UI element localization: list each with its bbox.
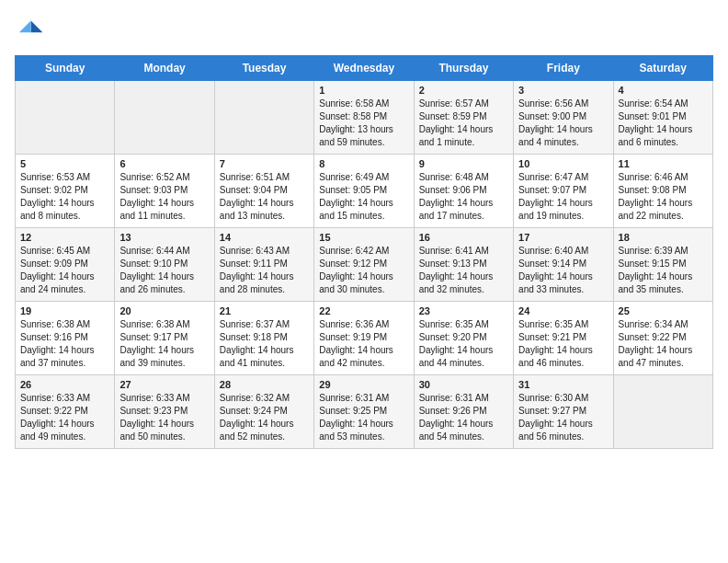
day-cell: 3Sunrise: 6:56 AMSunset: 9:00 PMDaylight… <box>514 81 613 155</box>
day-cell: 18Sunrise: 6:39 AMSunset: 9:15 PMDayligh… <box>613 228 712 302</box>
day-number: 31 <box>518 379 608 390</box>
cell-content: Sunrise: 6:35 AMSunset: 9:20 PMDaylight:… <box>419 318 508 370</box>
cell-content: Sunrise: 6:33 AMSunset: 9:22 PMDaylight:… <box>20 392 109 443</box>
page-header <box>15 15 713 44</box>
week-row-3: 12Sunrise: 6:45 AMSunset: 9:09 PMDayligh… <box>16 228 713 302</box>
day-cell: 8Sunrise: 6:49 AMSunset: 9:05 PMDaylight… <box>314 155 414 228</box>
day-number: 13 <box>119 232 209 243</box>
day-number: 8 <box>319 158 408 169</box>
day-number: 14 <box>220 232 309 243</box>
cell-content: Sunrise: 6:57 AMSunset: 8:59 PMDaylight:… <box>419 98 508 149</box>
day-number: 28 <box>220 379 309 390</box>
day-cell: 27Sunrise: 6:33 AMSunset: 9:23 PMDayligh… <box>115 375 214 449</box>
calendar-table: SundayMondayTuesdayWednesdayThursdayFrid… <box>15 55 713 449</box>
day-cell: 6Sunrise: 6:52 AMSunset: 9:03 PMDaylight… <box>115 155 214 228</box>
day-cell: 11Sunrise: 6:46 AMSunset: 9:08 PMDayligh… <box>613 155 712 228</box>
calendar-body: 1Sunrise: 6:58 AMSunset: 8:58 PMDaylight… <box>16 81 713 449</box>
cell-content: Sunrise: 6:38 AMSunset: 9:17 PMDaylight:… <box>119 318 209 370</box>
day-number: 30 <box>419 379 508 390</box>
calendar-header: SundayMondayTuesdayWednesdayThursdayFrid… <box>16 56 713 81</box>
day-number: 15 <box>319 232 408 243</box>
day-cell: 21Sunrise: 6:37 AMSunset: 9:18 PMDayligh… <box>214 302 313 375</box>
day-cell: 13Sunrise: 6:44 AMSunset: 9:10 PMDayligh… <box>115 228 214 302</box>
cell-content: Sunrise: 6:31 AMSunset: 9:26 PMDaylight:… <box>419 392 508 443</box>
day-number: 9 <box>419 158 508 169</box>
week-row-4: 19Sunrise: 6:38 AMSunset: 9:16 PMDayligh… <box>16 302 713 375</box>
cell-content: Sunrise: 6:51 AMSunset: 9:04 PMDaylight:… <box>220 171 309 223</box>
cell-content: Sunrise: 6:38 AMSunset: 9:16 PMDaylight:… <box>20 318 109 370</box>
cell-content: Sunrise: 6:52 AMSunset: 9:03 PMDaylight:… <box>119 171 209 223</box>
day-cell: 29Sunrise: 6:31 AMSunset: 9:25 PMDayligh… <box>314 375 414 449</box>
day-number: 24 <box>518 305 608 316</box>
cell-content: Sunrise: 6:44 AMSunset: 9:10 PMDaylight:… <box>119 245 209 296</box>
header-cell-tuesday: Tuesday <box>214 56 313 81</box>
svg-marker-0 <box>31 20 43 32</box>
header-cell-sunday: Sunday <box>16 56 115 81</box>
day-cell: 22Sunrise: 6:36 AMSunset: 9:19 PMDayligh… <box>314 302 414 375</box>
header-cell-monday: Monday <box>115 56 214 81</box>
day-number: 26 <box>20 379 109 390</box>
cell-content: Sunrise: 6:33 AMSunset: 9:23 PMDaylight:… <box>119 392 209 443</box>
logo <box>15 15 48 44</box>
day-number: 23 <box>419 305 508 316</box>
day-cell: 31Sunrise: 6:30 AMSunset: 9:27 PMDayligh… <box>514 375 613 449</box>
cell-content: Sunrise: 6:46 AMSunset: 9:08 PMDaylight:… <box>619 171 708 223</box>
day-number: 2 <box>419 85 508 96</box>
cell-content: Sunrise: 6:58 AMSunset: 8:58 PMDaylight:… <box>319 98 408 149</box>
day-number: 6 <box>119 158 209 169</box>
day-cell: 28Sunrise: 6:32 AMSunset: 9:24 PMDayligh… <box>214 375 313 449</box>
day-number: 25 <box>619 305 708 316</box>
cell-content: Sunrise: 6:53 AMSunset: 9:02 PMDaylight:… <box>20 171 109 223</box>
cell-content: Sunrise: 6:56 AMSunset: 9:00 PMDaylight:… <box>518 98 608 149</box>
day-cell: 17Sunrise: 6:40 AMSunset: 9:14 PMDayligh… <box>514 228 613 302</box>
cell-content: Sunrise: 6:47 AMSunset: 9:07 PMDaylight:… <box>518 171 608 223</box>
day-cell <box>16 81 115 155</box>
day-number: 12 <box>20 232 109 243</box>
cell-content: Sunrise: 6:39 AMSunset: 9:15 PMDaylight:… <box>619 245 708 296</box>
day-cell: 16Sunrise: 6:41 AMSunset: 9:13 PMDayligh… <box>414 228 513 302</box>
day-cell: 4Sunrise: 6:54 AMSunset: 9:01 PMDaylight… <box>613 81 712 155</box>
day-cell: 15Sunrise: 6:42 AMSunset: 9:12 PMDayligh… <box>314 228 414 302</box>
day-cell: 10Sunrise: 6:47 AMSunset: 9:07 PMDayligh… <box>514 155 613 228</box>
cell-content: Sunrise: 6:40 AMSunset: 9:14 PMDaylight:… <box>518 245 608 296</box>
cell-content: Sunrise: 6:42 AMSunset: 9:12 PMDaylight:… <box>319 245 408 296</box>
cell-content: Sunrise: 6:30 AMSunset: 9:27 PMDaylight:… <box>518 392 608 443</box>
day-number: 7 <box>220 158 309 169</box>
day-cell: 19Sunrise: 6:38 AMSunset: 9:16 PMDayligh… <box>16 302 115 375</box>
logo-icon <box>15 15 44 44</box>
day-cell: 1Sunrise: 6:58 AMSunset: 8:58 PMDaylight… <box>314 81 414 155</box>
day-cell: 30Sunrise: 6:31 AMSunset: 9:26 PMDayligh… <box>414 375 513 449</box>
day-cell: 25Sunrise: 6:34 AMSunset: 9:22 PMDayligh… <box>613 302 712 375</box>
week-row-1: 1Sunrise: 6:58 AMSunset: 8:58 PMDaylight… <box>16 81 713 155</box>
header-row: SundayMondayTuesdayWednesdayThursdayFrid… <box>16 56 713 81</box>
day-number: 4 <box>619 85 708 96</box>
day-number: 10 <box>518 158 608 169</box>
day-cell <box>115 81 214 155</box>
cell-content: Sunrise: 6:36 AMSunset: 9:19 PMDaylight:… <box>319 318 408 370</box>
day-cell: 23Sunrise: 6:35 AMSunset: 9:20 PMDayligh… <box>414 302 513 375</box>
day-cell <box>613 375 712 449</box>
day-cell: 20Sunrise: 6:38 AMSunset: 9:17 PMDayligh… <box>115 302 214 375</box>
cell-content: Sunrise: 6:31 AMSunset: 9:25 PMDaylight:… <box>319 392 408 443</box>
day-number: 22 <box>319 305 408 316</box>
day-cell: 14Sunrise: 6:43 AMSunset: 9:11 PMDayligh… <box>214 228 313 302</box>
week-row-5: 26Sunrise: 6:33 AMSunset: 9:22 PMDayligh… <box>16 375 713 449</box>
day-cell: 26Sunrise: 6:33 AMSunset: 9:22 PMDayligh… <box>16 375 115 449</box>
day-cell: 7Sunrise: 6:51 AMSunset: 9:04 PMDaylight… <box>214 155 313 228</box>
day-number: 3 <box>518 85 608 96</box>
cell-content: Sunrise: 6:49 AMSunset: 9:05 PMDaylight:… <box>319 171 408 223</box>
day-cell: 2Sunrise: 6:57 AMSunset: 8:59 PMDaylight… <box>414 81 513 155</box>
cell-content: Sunrise: 6:35 AMSunset: 9:21 PMDaylight:… <box>518 318 608 370</box>
day-cell: 5Sunrise: 6:53 AMSunset: 9:02 PMDaylight… <box>16 155 115 228</box>
header-cell-thursday: Thursday <box>414 56 513 81</box>
cell-content: Sunrise: 6:34 AMSunset: 9:22 PMDaylight:… <box>619 318 708 370</box>
cell-content: Sunrise: 6:54 AMSunset: 9:01 PMDaylight:… <box>619 98 708 149</box>
day-number: 11 <box>619 158 708 169</box>
header-cell-saturday: Saturday <box>613 56 712 81</box>
day-number: 16 <box>419 232 508 243</box>
day-number: 20 <box>119 305 209 316</box>
day-number: 5 <box>20 158 109 169</box>
header-cell-wednesday: Wednesday <box>314 56 414 81</box>
day-number: 29 <box>319 379 408 390</box>
day-number: 17 <box>518 232 608 243</box>
